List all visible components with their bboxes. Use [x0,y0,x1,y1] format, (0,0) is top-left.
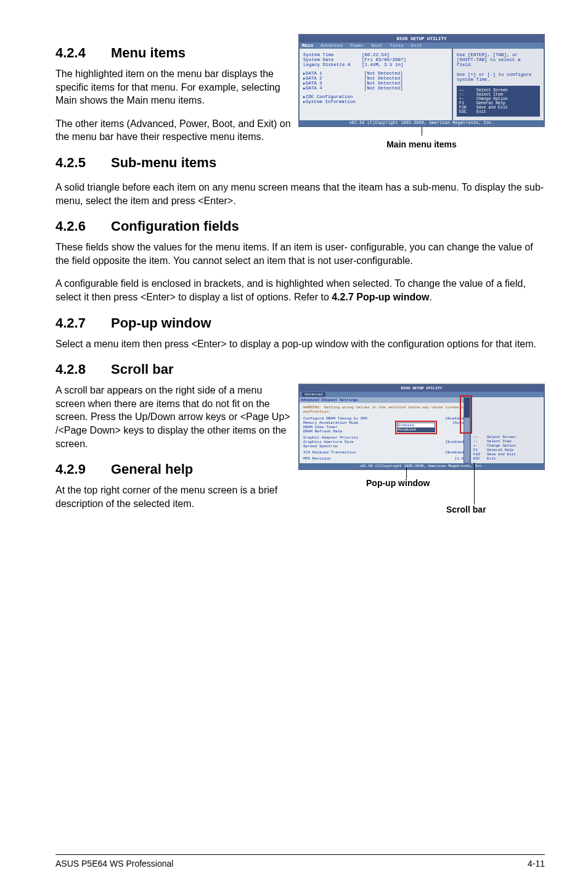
figure-caption-popup: Pop-up window [366,478,430,488]
footer-page-number: 4-11 [528,859,545,868]
bios-tabs: Main Advanced Power Boot Tools Exit [300,43,544,49]
figure-caption-scrollbar: Scroll bar [446,505,486,514]
bios-nav-help: ←→Select Screen ↑↓Select Item +-Change O… [457,86,540,117]
bios-popup-window: Enabled Disabled [395,421,437,434]
heading-425: 4.2.5Sub-menu items [55,155,545,171]
bios-nav-help: ←→Select Screen ↑↓Select Item +-Change O… [473,435,541,461]
para: These fields show the values for the men… [55,241,545,267]
page-footer: ASUS P5E64 WS Professional 4-11 [55,854,545,868]
heading-427: 4.2.7Pop-up window [55,315,545,331]
para: Select a menu item then press <Enter> to… [55,337,545,351]
heading-428: 4.2.8Scroll bar [55,361,545,377]
heading-426: 4.2.6Configuration fields [55,218,545,234]
para: A solid triangle before each item on any… [55,181,545,207]
bios-title: BIOS SETUP UTILITY [302,36,541,41]
footer-product: ASUS P5E64 WS Professional [55,859,173,868]
para: A configurable field is enclosed in brac… [55,277,545,303]
figure-caption-main-menu: Main menu items [386,139,457,149]
bios-popup-figure: BIOS SETUP UTILITY Advanced Advanced Chi… [298,384,545,524]
bios-main-menu-figure: BIOS SETUP UTILITY Main Advanced Power B… [298,34,545,149]
bios-help-text: Use [ENTER], [TAB], or [SHIFT-TAB] to se… [457,52,540,82]
